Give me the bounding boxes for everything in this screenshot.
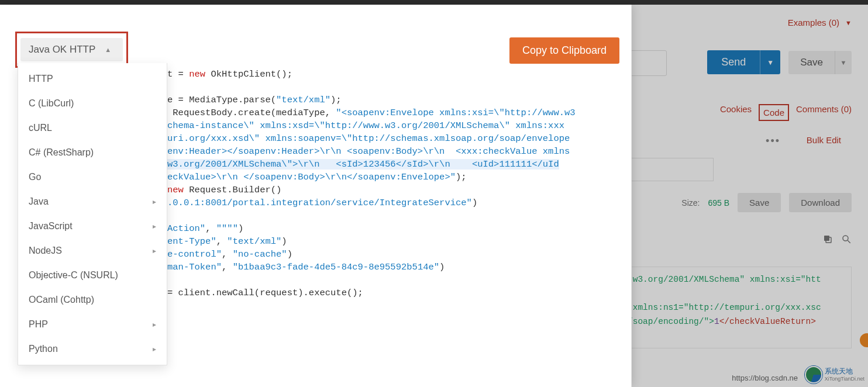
- download-button[interactable]: Download: [789, 193, 852, 212]
- caret-up-icon: ▲: [105, 46, 111, 53]
- send-button[interactable]: Send ▼: [707, 50, 780, 74]
- description-input[interactable]: tion: [632, 158, 714, 181]
- chevron-right-icon: ▸: [153, 320, 156, 329]
- language-menu-item-php[interactable]: PHP▸: [18, 312, 167, 337]
- comments-link[interactable]: Comments (0): [796, 104, 852, 121]
- language-menu-item-python[interactable]: Python▸: [18, 337, 167, 361]
- request-links-row: Cookies Code Comments (0): [720, 104, 852, 121]
- response-toolbar: [822, 234, 852, 246]
- language-selector-label: Java OK HTTP: [29, 44, 95, 56]
- params-header-row: TION ••• Bulk Edit: [632, 130, 856, 156]
- language-menu-item-http[interactable]: HTTP: [18, 67, 167, 91]
- response-line-3b: 1: [714, 317, 719, 326]
- language-menu-item-go[interactable]: Go: [18, 165, 167, 189]
- chevron-right-icon: ▸: [153, 198, 156, 206]
- send-button-label: Send: [707, 50, 760, 74]
- language-menu-item-javascript[interactable]: JavaScript▸: [18, 214, 167, 239]
- response-line-1: .w3.org/2001/XMLSchema" xmlns:xsi="htt: [632, 275, 821, 284]
- watermark: 系统天地 XiTongTianDi.net: [805, 366, 864, 383]
- save-button-label: Save: [788, 51, 835, 74]
- save-caret-icon[interactable]: ▼: [835, 59, 852, 66]
- chevron-right-icon: ▸: [153, 345, 156, 353]
- cookies-link[interactable]: Cookies: [720, 104, 752, 121]
- search-icon[interactable]: [841, 234, 852, 246]
- language-menu[interactable]: HTTP C (LibCurl) cURL C# (RestSharp) Go …: [18, 63, 167, 365]
- language-selector-highlight: Java OK HTTP ▲: [15, 32, 128, 68]
- code-link[interactable]: Code: [759, 104, 789, 121]
- language-menu-item-objc[interactable]: Objective-C (NSURL): [18, 263, 167, 288]
- request-panel: Examples (0) ▼ Send ▼ Save ▼ Cookies Cod…: [632, 5, 868, 387]
- response-body[interactable]: .w3.org/2001/XMLSchema" xmlns:xsi="htt x…: [632, 267, 852, 348]
- svg-line-3: [848, 240, 850, 243]
- response-line-2: xmlns:ns1="http://tempuri.org/xxx.xsc: [632, 303, 821, 312]
- language-selector[interactable]: Java OK HTTP ▲: [20, 38, 123, 61]
- bulk-edit-link[interactable]: Bulk Edit: [807, 135, 841, 145]
- response-line-3c: </checkValueReturn>: [719, 317, 816, 326]
- more-options-icon[interactable]: •••: [766, 135, 780, 147]
- status-url: https://blog.csdn.ne: [732, 374, 798, 382]
- examples-label: Examples (0): [788, 18, 839, 27]
- language-menu-item-ocaml[interactable]: OCaml (Cohttp): [18, 288, 167, 312]
- size-label: Size:: [681, 198, 700, 208]
- examples-link[interactable]: Examples (0) ▼: [788, 18, 852, 27]
- response-meta-row: Size: 695 B Save Download: [681, 193, 852, 212]
- svg-point-2: [843, 236, 848, 241]
- watermark-sub: XiTongTianDi.net: [825, 376, 864, 382]
- feedback-bubble-icon[interactable]: [859, 332, 868, 348]
- window-top-strip: [0, 0, 868, 5]
- language-menu-item-c-libcurl[interactable]: C (LibCurl): [18, 91, 167, 116]
- caret-down-icon: ▼: [845, 19, 852, 26]
- save-button[interactable]: Save ▼: [788, 51, 852, 74]
- globe-icon: [805, 366, 822, 383]
- watermark-main: 系统天地: [825, 368, 864, 375]
- chevron-right-icon: ▸: [153, 247, 156, 255]
- language-menu-item-java[interactable]: Java▸: [18, 189, 167, 214]
- svg-rect-1: [824, 236, 829, 241]
- code-snippet-modal: Java OK HTTP ▲ Copy to Clipboard t = new…: [0, 5, 632, 387]
- copy-to-clipboard-button[interactable]: Copy to Clipboard: [509, 37, 619, 64]
- chevron-right-icon: ▸: [153, 222, 156, 230]
- url-input[interactable]: [632, 50, 667, 76]
- size-value: 695 B: [708, 198, 729, 208]
- copy-icon[interactable]: [822, 234, 833, 246]
- language-menu-item-nodejs[interactable]: NodeJS▸: [18, 239, 167, 263]
- language-menu-item-csharp[interactable]: C# (RestSharp): [18, 140, 167, 165]
- save-response-button[interactable]: Save: [738, 193, 781, 212]
- language-menu-item-curl[interactable]: cURL: [18, 116, 167, 140]
- send-caret-icon[interactable]: ▼: [760, 58, 780, 67]
- response-line-3a: /soap/encoding/">: [632, 317, 714, 326]
